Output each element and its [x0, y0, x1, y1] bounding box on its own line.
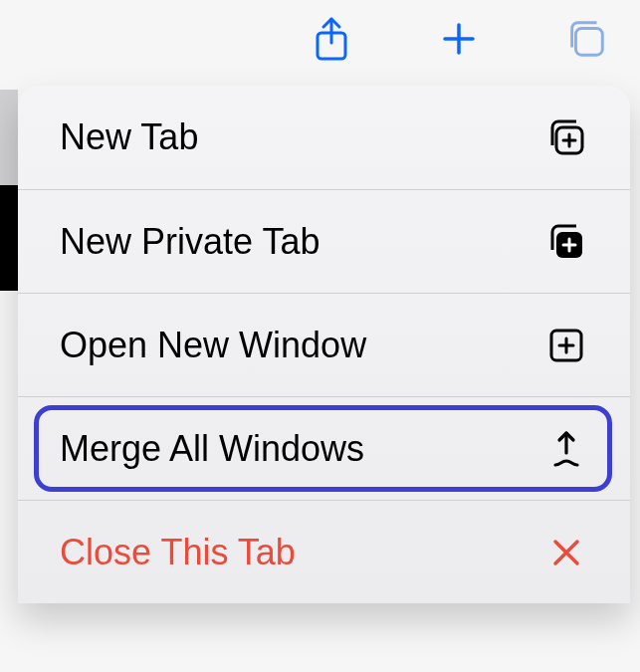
menu-item-label: Open New Window: [60, 325, 366, 366]
tabs-context-menu: New Tab New Private Tab Open New Window: [18, 86, 630, 603]
menu-item-new-tab[interactable]: New Tab: [18, 86, 630, 189]
new-tab-icon: [544, 115, 588, 159]
svg-rect-1: [575, 28, 602, 55]
share-icon: [310, 17, 353, 61]
close-icon: [544, 531, 588, 574]
tabs-icon: [564, 17, 608, 61]
menu-item-label: New Private Tab: [60, 221, 320, 263]
background-sliver: [0, 90, 18, 186]
new-window-icon: [544, 324, 588, 367]
menu-item-open-new-window[interactable]: Open New Window: [18, 293, 630, 396]
plus-icon: [437, 17, 481, 61]
share-button[interactable]: [308, 15, 355, 63]
background-dark-sliver: [0, 185, 20, 291]
menu-item-close-this-tab[interactable]: Close This Tab: [18, 500, 630, 603]
merge-icon: [544, 427, 588, 471]
menu-item-label: Merge All Windows: [60, 428, 364, 470]
new-tab-toolbar-button[interactable]: [435, 15, 483, 63]
menu-item-new-private-tab[interactable]: New Private Tab: [18, 189, 630, 293]
tabs-toolbar-button[interactable]: [562, 15, 610, 63]
menu-item-label: Close This Tab: [60, 532, 296, 573]
toolbar: [0, 0, 640, 78]
new-private-tab-icon: [544, 220, 588, 264]
menu-item-merge-all-windows[interactable]: Merge All Windows: [18, 396, 630, 500]
menu-item-label: New Tab: [60, 116, 198, 158]
